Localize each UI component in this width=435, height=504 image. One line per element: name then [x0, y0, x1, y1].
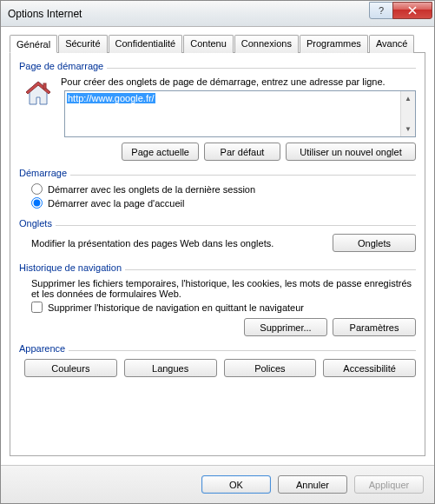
tab-programs[interactable]: Programmes [300, 35, 368, 53]
radio-homepage-label: Démarrer avec la page d'accueil [48, 198, 184, 209]
scroll-up-icon[interactable]: ▲ [401, 91, 415, 106]
content-area: Général Sécurité Confidentialité Contenu… [1, 27, 434, 465]
btn-colors[interactable]: Couleurs [24, 359, 117, 377]
tab-body: Page de démarrage Pour créer des onglets… [10, 53, 425, 456]
close-icon [408, 6, 417, 15]
btn-apply[interactable]: Appliquer [354, 475, 424, 494]
btn-current-page[interactable]: Page actuelle [122, 143, 199, 161]
tab-strip: Général Sécurité Confidentialité Contenu… [10, 34, 425, 53]
tab-advanced[interactable]: Avancé [369, 35, 415, 53]
group-startup-label: Démarrage [19, 168, 70, 178]
radio-homepage[interactable]: Démarrer avec la page d'accueil [31, 197, 416, 209]
group-homepage: Page de démarrage Pour créer des onglets… [19, 61, 416, 161]
check-delete-on-exit[interactable]: Supprimer l'historique de navigation en … [31, 302, 416, 313]
tab-content[interactable]: Contenu [183, 35, 234, 53]
radio-last-session[interactable]: Démarrer avec les onglets de la dernière… [31, 183, 416, 195]
close-button[interactable] [392, 2, 432, 19]
btn-cancel[interactable]: Annuler [278, 475, 347, 494]
tab-connections[interactable]: Connexions [234, 35, 299, 53]
svg-rect-2 [43, 83, 46, 89]
radio-homepage-input[interactable] [31, 197, 43, 209]
group-tabs-label: Onglets [19, 218, 56, 229]
radio-last-session-label: Démarrer avec les onglets de la dernière… [48, 184, 255, 195]
group-history-label: Historique de navigation [19, 262, 125, 273]
window-title: Options Internet [8, 8, 370, 20]
radio-last-session-input[interactable] [31, 183, 43, 195]
btn-delete-history[interactable]: Supprimer... [244, 318, 327, 336]
tab-security[interactable]: Sécurité [58, 35, 107, 53]
btn-languages[interactable]: Langues [124, 359, 217, 377]
tab-privacy[interactable]: Confidentialité [109, 35, 183, 53]
btn-tabs[interactable]: Onglets [333, 234, 416, 252]
scroll-down-icon[interactable]: ▼ [401, 122, 415, 136]
group-appearance-label: Apparence [19, 343, 69, 354]
group-startup: Démarrage Démarrer avec les onglets de l… [19, 168, 416, 211]
homepage-input[interactable]: http://www.google.fr/ ▲ ▼ [64, 90, 416, 137]
group-appearance: Apparence Couleurs Langues Polices Acces… [19, 343, 416, 377]
btn-ok[interactable]: OK [201, 475, 271, 494]
check-delete-on-exit-label: Supprimer l'historique de navigation en … [48, 302, 304, 313]
tabs-desc: Modifier la présentation des pages Web d… [31, 238, 333, 249]
check-delete-on-exit-input[interactable] [31, 302, 43, 313]
btn-fonts[interactable]: Polices [224, 359, 317, 377]
dialog-footer: OK Annuler Appliquer [1, 465, 434, 503]
tab-general[interactable]: Général [10, 35, 57, 53]
help-button[interactable]: ? [369, 2, 393, 19]
group-homepage-label: Page de démarrage [19, 61, 107, 71]
group-history: Historique de navigation Supprimer les f… [19, 262, 416, 336]
history-desc: Supprimer les fichiers temporaires, l'hi… [31, 278, 416, 299]
btn-accessibility[interactable]: Accessibilité [323, 359, 416, 377]
homepage-url-text: http://www.google.fr/ [67, 93, 155, 103]
dialog-window: Options Internet ? Général Sécurité Conf… [0, 0, 435, 504]
btn-default-page[interactable]: Par défaut [204, 143, 280, 161]
window-buttons: ? [370, 2, 432, 19]
scrollbar[interactable]: ▲ ▼ [400, 91, 415, 136]
homepage-desc: Pour créer des onglets de page de démarr… [61, 76, 416, 87]
btn-new-tab[interactable]: Utiliser un nouvel onglet [286, 143, 416, 161]
home-icon [23, 80, 54, 108]
group-tabs: Onglets Modifier la présentation des pag… [19, 218, 416, 252]
titlebar[interactable]: Options Internet ? [1, 1, 434, 27]
btn-history-settings[interactable]: Paramètres [333, 318, 416, 336]
